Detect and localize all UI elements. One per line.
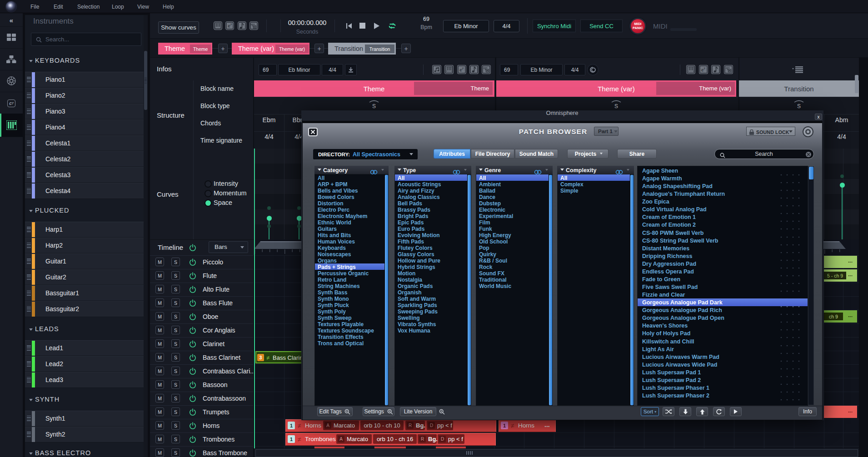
svg-text:S: S [797,103,801,109]
svg-text:S: S [372,103,376,109]
